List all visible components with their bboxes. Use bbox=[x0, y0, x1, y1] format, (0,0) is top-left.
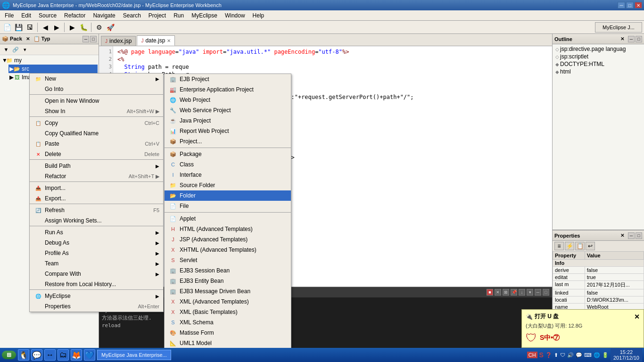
outline-item-directive[interactable]: ◇ jsp:directive.page languag bbox=[553, 45, 643, 53]
sub-file[interactable]: 📄 File bbox=[165, 201, 291, 211]
ctx-import[interactable]: 📥 Import... bbox=[30, 183, 163, 193]
ctx-export[interactable]: 📤 Export... bbox=[30, 193, 163, 204]
menu-search[interactable]: Search bbox=[119, 11, 145, 20]
sub-class[interactable]: C Class bbox=[165, 159, 291, 170]
ctx-run-as[interactable]: Run As ▶ bbox=[30, 227, 163, 238]
menu-help[interactable]: Help bbox=[249, 11, 268, 20]
toolbar-back-btn[interactable]: ◀ bbox=[40, 22, 50, 33]
sub-ear-project[interactable]: 🏭 Enterprise Application Project bbox=[165, 84, 291, 95]
menu-edit[interactable]: Edit bbox=[17, 11, 35, 20]
ctx-copy[interactable]: 📋 Copy Ctrl+C bbox=[30, 118, 163, 128]
ctx-paste[interactable]: 📋 Paste Ctrl+V bbox=[30, 139, 163, 149]
console-maximize-btn[interactable]: □ bbox=[543, 289, 549, 296]
tray-icon-vpn[interactable]: 🛡 bbox=[560, 352, 565, 358]
toolbar-run-btn[interactable]: ▶ bbox=[67, 22, 77, 33]
tray-icon-net[interactable]: 🌐 bbox=[594, 352, 600, 358]
menu-source[interactable]: Source bbox=[35, 11, 60, 20]
menu-myeclipse[interactable]: MyEclipse bbox=[188, 11, 221, 20]
tree-item-src[interactable]: ▶ 📂 src bbox=[8, 65, 98, 73]
menu-file[interactable]: File bbox=[1, 11, 17, 20]
properties-close[interactable]: ✕ bbox=[620, 233, 624, 238]
ctx-copy-qualified[interactable]: Copy Qualified Name bbox=[30, 128, 163, 139]
props-copy-btn[interactable]: 📋 bbox=[575, 242, 585, 250]
ctx-team[interactable]: Team ▶ bbox=[30, 258, 163, 269]
sub-web-project[interactable]: 🌐 Web Project bbox=[165, 95, 291, 105]
console-menu-btn[interactable]: ▾ bbox=[527, 289, 533, 296]
console-pin-btn[interactable]: 📌 bbox=[511, 289, 517, 296]
panel-minimize-btn[interactable]: ─ bbox=[83, 36, 89, 42]
menu-project[interactable]: Project bbox=[145, 11, 170, 20]
sub-xhtml[interactable]: X XHTML (Advanced Templates) bbox=[165, 245, 291, 255]
console-stop-btn[interactable]: ■ bbox=[487, 289, 493, 296]
tray-icon-bat[interactable]: 🔋 bbox=[602, 352, 609, 358]
tray-icon-kb[interactable]: ⌨ bbox=[584, 352, 592, 358]
tray-icon-arrow[interactable]: ⬆ bbox=[554, 352, 558, 358]
console-minimize-btn[interactable]: ─ bbox=[535, 289, 541, 296]
console-nav-btn[interactable]: ↓ bbox=[519, 289, 525, 296]
sub-ws-project[interactable]: 🔧 Web Service Project bbox=[165, 105, 291, 115]
taskbar-icon-4[interactable]: 🗂 bbox=[58, 349, 69, 361]
ctx-compare-with[interactable]: Compare With ▶ bbox=[30, 269, 163, 279]
outline-close[interactable]: ✕ bbox=[620, 36, 624, 41]
ctx-goto[interactable]: Go Into bbox=[30, 84, 163, 95]
props-filter-btn[interactable]: ⚡ bbox=[565, 242, 574, 250]
ctx-delete[interactable]: ✕ Delete Delete bbox=[30, 149, 163, 160]
ctx-debug-as[interactable]: Debug As ▶ bbox=[30, 238, 163, 248]
start-button[interactable]: ⊞ bbox=[2, 351, 16, 359]
package-explorer-close[interactable]: ✕ bbox=[26, 36, 30, 41]
sub-xml-schema[interactable]: S XML Schema bbox=[165, 317, 291, 328]
sub-jsp[interactable]: J JSP (Advanced Templates) bbox=[165, 234, 291, 245]
ctx-show-in[interactable]: Show In Alt+Shift+W ▶ bbox=[30, 106, 163, 117]
sub-xml-basic[interactable]: X XML (Basic Templates) bbox=[165, 307, 291, 317]
toolbar-server-btn[interactable]: ⚙ bbox=[94, 22, 104, 33]
tray-icon-s[interactable]: S bbox=[539, 351, 544, 359]
ctx-build-path[interactable]: Build Path ▶ bbox=[30, 161, 163, 171]
tree-toggle-src[interactable]: ▶ bbox=[9, 66, 13, 72]
sub-applet[interactable]: 📄 Applet bbox=[165, 214, 291, 224]
console-scroll-lock-btn[interactable]: ⊠ bbox=[503, 289, 509, 296]
tab-index-jsp[interactable]: J index.jsp bbox=[101, 36, 136, 46]
props-defaults-btn[interactable]: ↩ bbox=[586, 242, 595, 250]
menu-navigate[interactable]: Navigate bbox=[89, 11, 119, 20]
sub-project[interactable]: 📦 Project... bbox=[165, 136, 291, 147]
menu-refactor[interactable]: Refactor bbox=[60, 11, 89, 20]
menu-window[interactable]: Window bbox=[221, 11, 249, 20]
ctx-properties[interactable]: Properties Alt+Enter bbox=[30, 301, 163, 312]
toolbar-debug-btn[interactable]: 🐛 bbox=[78, 22, 89, 33]
collapse-all-btn[interactable]: ▼ bbox=[2, 45, 10, 54]
maximize-button[interactable]: □ bbox=[626, 2, 634, 8]
sub-servlet[interactable]: S Servlet bbox=[165, 255, 291, 265]
ctx-profile-as[interactable]: Profile As ▶ bbox=[30, 248, 163, 258]
toolbar-forward-btn[interactable]: ▶ bbox=[51, 22, 62, 33]
panel-maximize-btn[interactable]: □ bbox=[90, 36, 97, 42]
sub-xml-adv[interactable]: X XML (Advanced Templates) bbox=[165, 296, 291, 307]
sub-source-folder[interactable]: 📁 Source Folder bbox=[165, 180, 291, 190]
tray-icon-vol[interactable]: 🔊 bbox=[567, 352, 574, 358]
sub-ejb3entity[interactable]: 🏢 EJB3 Entity Bean bbox=[165, 276, 291, 286]
taskbar-active-window[interactable]: MyEclipse Java Enterprise... bbox=[97, 350, 171, 360]
taskbar-icon-3[interactable]: ↔ bbox=[44, 349, 56, 361]
toolbar-save-all-btn[interactable]: 🖫 bbox=[25, 22, 35, 33]
tray-icon-chat[interactable]: 💬 bbox=[576, 352, 582, 358]
sub-package[interactable]: 📦 Package bbox=[165, 149, 291, 159]
toolbar-deploy-btn[interactable]: 🚀 bbox=[105, 22, 116, 33]
ctx-myeclipse[interactable]: 🌐 MyEclipse ▶ bbox=[30, 291, 163, 301]
taskbar-icon-6[interactable]: 💙 bbox=[84, 349, 95, 361]
ctx-open-new-window[interactable]: Open in New Window bbox=[30, 96, 163, 106]
sub-ejb-project[interactable]: 🏢 EJB Project bbox=[165, 74, 291, 84]
sub-folder[interactable]: 📂 Folder bbox=[165, 190, 291, 201]
tray-icon-help[interactable]: ❓ bbox=[545, 352, 552, 358]
sub-java-project[interactable]: ☕ Java Project bbox=[165, 115, 291, 126]
link-editor-btn[interactable]: 🔗 bbox=[11, 45, 20, 54]
sub-interface[interactable]: I Interface bbox=[165, 170, 291, 180]
props-max-btn[interactable]: □ bbox=[636, 232, 642, 239]
outline-item-html[interactable]: ◆ html bbox=[553, 68, 643, 75]
outline-min-btn[interactable]: ─ bbox=[628, 36, 635, 42]
outline-item-scriptlet[interactable]: ◇ jsp:scriptlet bbox=[553, 53, 643, 60]
menu-run[interactable]: Run bbox=[170, 11, 188, 20]
props-min-btn[interactable]: ─ bbox=[628, 232, 635, 239]
minimize-button[interactable]: ─ bbox=[618, 2, 625, 8]
props-categories-btn[interactable]: ≡ bbox=[554, 242, 564, 250]
ctx-refresh[interactable]: 🔄 Refresh F5 bbox=[30, 205, 163, 215]
sub-html[interactable]: H HTML (Advanced Templates) bbox=[165, 224, 291, 234]
